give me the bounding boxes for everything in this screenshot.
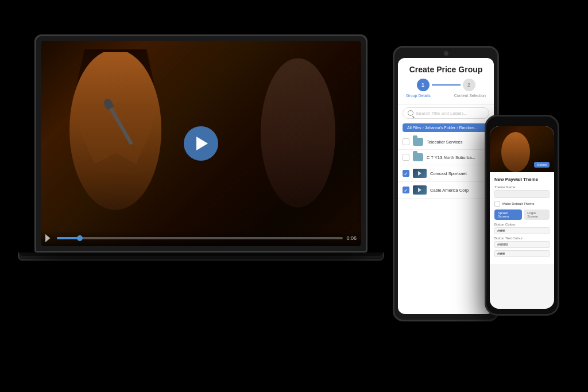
phone-field-theme-name-input[interactable] xyxy=(494,190,550,198)
tablet-device: Create Price Group 1 2 Group Details Con… xyxy=(393,46,499,321)
file-name-4: Cable America Corp xyxy=(430,188,469,193)
phone-default-checkbox[interactable] xyxy=(494,201,500,207)
play-icon[interactable] xyxy=(45,234,53,242)
phone-button-colour-row: Button Colour #ffffff xyxy=(494,223,550,234)
checkbox-3[interactable] xyxy=(403,170,409,177)
search-icon xyxy=(408,110,413,116)
tablet-title: Create Price Group xyxy=(404,65,488,74)
checkbox-2[interactable] xyxy=(403,154,409,161)
video-thumb-4 xyxy=(413,185,427,195)
step-2-label: Content Selection xyxy=(454,94,486,98)
main-scene: 0:06 Create Price Group 1 2 Grou xyxy=(0,0,588,392)
tablet-camera xyxy=(444,51,448,56)
play-button[interactable] xyxy=(184,126,218,161)
file-name-3: Comcast Sportsnet xyxy=(430,171,467,176)
laptop-screen: 0:06 xyxy=(41,41,361,246)
progress-fill xyxy=(57,237,80,239)
file-list: Telecaller Services C T Y13-North Suburb… xyxy=(398,134,494,314)
phone-button-text-colour-label: Button Text Colour xyxy=(494,236,550,240)
checkbox-1[interactable] xyxy=(403,138,409,145)
guitarist-figure xyxy=(252,58,344,224)
step-labels: Group Details Content Selection xyxy=(404,94,488,98)
laptop-video: 0:06 xyxy=(41,41,361,246)
phone-default-label: Make Default Theme xyxy=(502,202,535,205)
phone-default-theme-row: Make Default Theme xyxy=(494,201,550,207)
phone-button-text-colour-row: Button Text Colour #f0f0f0 xyxy=(494,236,550,248)
time-label: 0:06 xyxy=(346,235,357,241)
file-name-1: Telecaller Services xyxy=(427,139,463,145)
tablet-search-bar[interactable]: Search Title and Labels... xyxy=(403,107,489,119)
phone-content: New Paywall Theme Theme Name Make Defaul… xyxy=(490,172,554,264)
phone-screen: Select New Paywall Theme Theme Name Make… xyxy=(490,126,554,309)
laptop-base xyxy=(18,253,384,261)
phone-button-colour-value[interactable]: #ffffff xyxy=(494,227,550,234)
file-item-2[interactable]: C T Y13-North Suburba... xyxy=(398,150,494,165)
phone-screen-tabs: Splash Screen Login Screen xyxy=(494,209,550,220)
checkbox-4[interactable] xyxy=(403,187,409,193)
phone-login-tab[interactable]: Login Screen xyxy=(524,209,550,220)
folder-icon-1 xyxy=(413,138,423,146)
phone-button-colour-label: Button Colour xyxy=(494,223,550,226)
video-controls: 0:06 xyxy=(41,230,361,246)
phone-button-text-colour-value[interactable]: #f0f0f0 xyxy=(494,241,550,248)
file-name-2: C T Y13-North Suburba... xyxy=(427,155,475,160)
tablet-header: Create Price Group 1 2 Group Details Con… xyxy=(398,58,494,105)
laptop-device: 0:06 xyxy=(34,34,368,275)
file-item-1[interactable]: Telecaller Services xyxy=(398,134,494,150)
phone-field-theme-name: Theme Name xyxy=(494,185,550,198)
step-2-circle: 2 xyxy=(463,79,475,91)
step-1-label: Group Details xyxy=(406,94,431,98)
phone-field-theme-name-label: Theme Name xyxy=(494,185,550,189)
phone-notch xyxy=(508,120,536,125)
phone-image: Select xyxy=(490,126,554,172)
singer-silhouette xyxy=(58,52,173,224)
phone-extra-field-row: #ffffff xyxy=(494,250,550,257)
progress-dot xyxy=(77,235,83,241)
progress-bar[interactable] xyxy=(57,237,343,239)
play-triangle-icon xyxy=(196,137,208,150)
search-placeholder-text: Search Title and Labels... xyxy=(416,111,467,116)
phone-splash-tab[interactable]: Splash Screen xyxy=(494,209,522,220)
laptop-body: 0:06 xyxy=(34,34,368,253)
folder-icon-2 xyxy=(413,153,423,161)
step-line xyxy=(432,84,461,86)
step-1-circle: 1 xyxy=(417,79,430,91)
phone-section-title: New Paywall Theme xyxy=(494,177,550,182)
file-item-3[interactable]: Comcast Sportsnet xyxy=(398,165,494,182)
video-thumb-3 xyxy=(413,169,427,178)
tablet-screen: Create Price Group 1 2 Group Details Con… xyxy=(398,58,494,314)
laptop-bottom xyxy=(19,253,383,256)
breadcrumb-text: All Files › Johanna's Folder › Random... xyxy=(407,126,478,130)
stepper: 1 2 xyxy=(404,79,488,91)
file-item-4[interactable]: Cable America Corp xyxy=(398,182,494,199)
phone-select-button[interactable]: Select xyxy=(534,162,550,168)
phone-device: Select New Paywall Theme Theme Name Make… xyxy=(485,115,559,316)
phone-extra-value[interactable]: #ffffff xyxy=(494,250,550,257)
breadcrumb-row[interactable]: All Files › Johanna's Folder › Random... xyxy=(403,123,489,132)
